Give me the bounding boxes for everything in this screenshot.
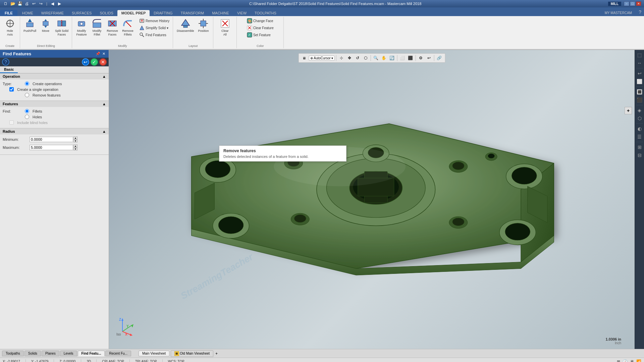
tab-transform[interactable]: TRANSFORM: [177, 10, 208, 16]
create-operations-label[interactable]: Create operations: [33, 82, 62, 86]
section-radius-header[interactable]: Radius ▲: [0, 128, 109, 134]
position-btn[interactable]: Position: [196, 17, 211, 34]
open-btn[interactable]: 📂: [10, 1, 16, 7]
zoom-in-btn[interactable]: +: [625, 107, 632, 114]
panel-pin-btn[interactable]: 📌: [96, 52, 100, 56]
viewsheet-old-main[interactable]: ▦Old Main Viewsheet: [171, 350, 213, 357]
create-single-checkbox[interactable]: [9, 87, 14, 92]
new-btn[interactable]: 🗋: [3, 1, 9, 7]
include-blind-holes-checkbox[interactable]: [9, 120, 14, 125]
viewsheet-main[interactable]: Main Viewsheet: [139, 351, 169, 356]
minimum-spinner: ▲ ▼: [73, 136, 77, 142]
save-btn[interactable]: 💾: [17, 1, 23, 7]
maximum-down[interactable]: ▼: [73, 147, 77, 150]
tab-toolpaths[interactable]: Toolpaths: [2, 351, 24, 356]
hole-axis-btn[interactable]: HoleAxis: [3, 17, 17, 37]
modify-fillet-btn[interactable]: ModifyFillet: [90, 17, 104, 37]
section-operation-header[interactable]: Operation ▲: [0, 73, 109, 79]
set-feature-btn[interactable]: ✓ Set Feature: [246, 32, 275, 38]
tab-view[interactable]: VIEW: [233, 10, 251, 16]
push-pull-btn[interactable]: Push/Pull: [22, 17, 38, 34]
maximum-up[interactable]: ▲: [73, 144, 77, 147]
ok-btn[interactable]: ✓: [91, 58, 98, 66]
tab-model-prep[interactable]: MODEL PREP: [117, 10, 150, 16]
rp-btn-6[interactable]: ⬛: [636, 96, 643, 104]
split-solid-faces-btn[interactable]: Split SolidFaces: [54, 17, 70, 37]
minimum-input[interactable]: [30, 137, 73, 142]
create-operations-radio[interactable]: [25, 81, 29, 86]
display-icon[interactable]: 🖥: [630, 359, 634, 362]
cancel-btn[interactable]: ✕: [99, 58, 107, 66]
remove-history-btn[interactable]: Remove History: [138, 17, 171, 24]
tab-drafting[interactable]: DRAFTING: [150, 10, 176, 16]
move-btn[interactable]: Move: [38, 17, 53, 34]
tab-home[interactable]: HOME: [18, 10, 37, 16]
tab-machine[interactable]: MACHINE: [208, 10, 233, 16]
apply-btn[interactable]: ↩: [82, 58, 89, 66]
grid-icon[interactable]: ⊞: [617, 359, 620, 362]
tab-planes[interactable]: Planes: [42, 351, 59, 356]
rp-btn-10[interactable]: ☰: [636, 133, 643, 140]
rp-btn-11[interactable]: ⊞: [636, 143, 643, 151]
wifi-icon[interactable]: 📶: [636, 359, 641, 362]
tab-toolpaths[interactable]: TOOLPATHS: [251, 10, 280, 16]
change-face-btn[interactable]: 🎨 Change Face: [246, 17, 275, 24]
fillets-label[interactable]: Fillets: [33, 109, 42, 113]
tab-wireframe[interactable]: WIREFRAME: [37, 10, 68, 16]
tab-solids[interactable]: Solids: [24, 351, 41, 356]
remove-features-label[interactable]: Remove features: [33, 93, 61, 97]
rp-btn-3[interactable]: ↩: [636, 70, 643, 77]
tab-solids[interactable]: SOLIDS: [96, 10, 117, 16]
rp-btn-4[interactable]: ⬜: [636, 78, 643, 85]
minimum-up[interactable]: ▲: [73, 136, 77, 139]
rp-btn-12[interactable]: ⊟: [636, 152, 643, 159]
undo-btn[interactable]: ↩: [31, 1, 37, 7]
tab-recent-functions[interactable]: Recent Fu...: [105, 351, 131, 356]
viewport[interactable]: 🖥 ⊕ AutoCursor ▾ ⊹ ✥ ↺ ⬡ 🔍 ✋ 🔄 ⬜ ⬛ ⚙ ↩ 🔗: [109, 50, 635, 349]
tab-find-features[interactable]: Find Featu...: [78, 351, 105, 356]
rp-btn-1[interactable]: ⬚: [636, 51, 643, 59]
nav-back-btn[interactable]: ◀: [50, 1, 56, 7]
clock-icon[interactable]: 🕐: [623, 359, 628, 362]
rp-btn-7[interactable]: ◈: [636, 107, 643, 114]
push-pull-icon: [24, 18, 35, 29]
rp-btn-5[interactable]: 🔳: [636, 88, 643, 96]
minimize-btn[interactable]: −: [624, 1, 629, 6]
fillets-radio[interactable]: [25, 109, 29, 113]
minimum-down[interactable]: ▼: [73, 139, 77, 142]
help-btn[interactable]: ?: [636, 8, 644, 16]
disassemble-btn[interactable]: Disassemble: [175, 17, 196, 34]
clear-feature-btn[interactable]: Clear Feature: [246, 24, 275, 31]
remove-fillets-btn[interactable]: RemoveFillets: [120, 17, 135, 37]
help-btn[interactable]: ?: [2, 58, 9, 66]
maximum-input[interactable]: [30, 145, 73, 150]
tab-levels[interactable]: Levels: [60, 351, 77, 356]
find-features-btn[interactable]: Find Features: [138, 32, 171, 38]
holes-label[interactable]: Holes: [33, 115, 42, 119]
tab-file[interactable]: FILE: [0, 10, 17, 16]
redo-btn[interactable]: ↪: [38, 1, 44, 7]
rp-btn-8[interactable]: ⬡: [636, 115, 643, 122]
print-btn[interactable]: 🖨: [24, 1, 30, 7]
maximum-field: Maximum: ▲ ▼: [3, 144, 106, 150]
modify-feature-btn[interactable]: ModifyFeature: [74, 17, 89, 37]
close-btn[interactable]: ✕: [636, 1, 641, 6]
remove-faces-btn[interactable]: RemoveFaces: [105, 17, 120, 37]
section-features-header[interactable]: Features ▲: [0, 101, 109, 107]
tab-surfaces[interactable]: SURFACES: [68, 10, 96, 16]
panel-close-btn[interactable]: ✕: [101, 52, 106, 56]
tab-basic[interactable]: Basic: [0, 66, 18, 73]
remove-features-radio[interactable]: [25, 93, 29, 97]
rp-btn-2[interactable]: ↔: [636, 59, 643, 67]
create-single-label[interactable]: Create a single operation: [17, 87, 58, 92]
maximize-btn[interactable]: □: [630, 1, 635, 6]
clear-all-btn[interactable]: ClearAll: [218, 17, 232, 37]
rp-btn-9[interactable]: ◐: [636, 125, 643, 132]
viewsheet-add-btn[interactable]: +: [215, 351, 218, 357]
holes-radio[interactable]: [25, 115, 29, 119]
color-group-label: Color: [237, 44, 283, 48]
my-mastercam[interactable]: MY MASTERCAM: [601, 10, 636, 16]
simplify-solid-btn[interactable]: Simplify Solid ▾: [138, 24, 171, 31]
nav-fwd-btn[interactable]: ▶: [57, 1, 63, 7]
rp-sep-3: [636, 105, 643, 105]
